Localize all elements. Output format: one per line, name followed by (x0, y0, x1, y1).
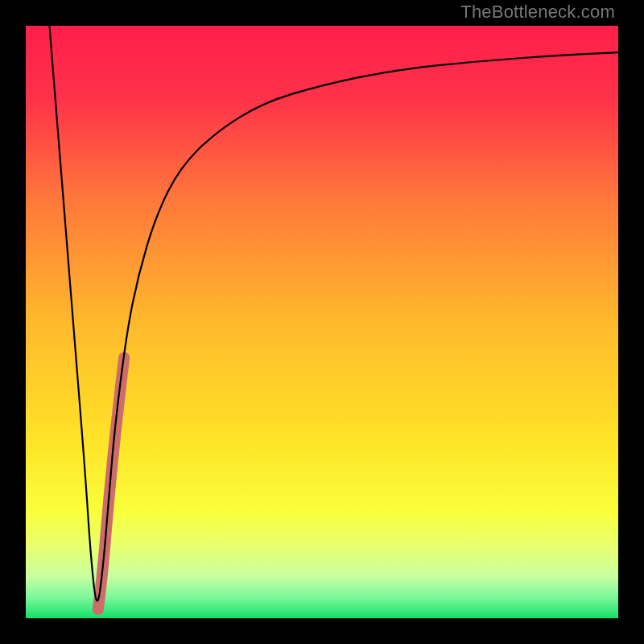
bottleneck-curve (49, 26, 618, 601)
curve-layer (26, 26, 618, 618)
chart-frame: TheBottleneck.com (0, 0, 644, 644)
watermark-text: TheBottleneck.com (460, 2, 615, 23)
plot-area (26, 26, 618, 618)
